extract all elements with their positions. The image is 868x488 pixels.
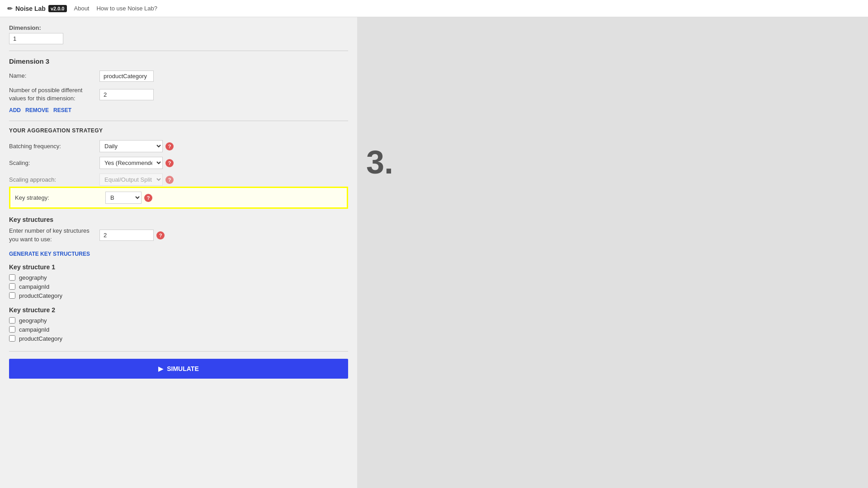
scaling-label: Scaling: — [9, 159, 99, 167]
app-name: Noise Lab — [15, 5, 46, 12]
simulate-button[interactable]: ▶ SIMULATE — [9, 359, 348, 379]
scaling-approach-label: Scaling approach: — [9, 176, 99, 184]
partial-dimension-input[interactable] — [9, 33, 63, 44]
ks1-geography-checkbox[interactable] — [9, 274, 15, 281]
ks2-campaignid-row: campaignId — [9, 326, 348, 333]
step-number: 3. — [366, 144, 393, 181]
ks2-geography-row: geography — [9, 317, 348, 324]
dimension3-values-label: Number of possible different values for … — [9, 86, 99, 103]
dimension3-actions: ADD REMOVE RESET — [9, 107, 348, 113]
key-structures-help-icon[interactable]: ? — [156, 231, 165, 239]
dimension3-title: Dimension 3 — [9, 57, 348, 65]
scaling-row: Scaling: Yes (Recommended) No ? — [9, 157, 348, 169]
ks1-productcategory-row: productCategory — [9, 292, 348, 299]
batching-row: Batching frequency: Daily Weekly Monthly… — [9, 140, 348, 152]
howto-link[interactable]: How to use Noise Lab? — [96, 5, 157, 12]
batching-label: Batching frequency: — [9, 142, 99, 150]
ks1-geography-label: geography — [19, 274, 47, 281]
aggregation-heading: YOUR AGGREGATION STRATEGY — [9, 127, 348, 134]
scaling-select[interactable]: Yes (Recommended) No — [99, 157, 163, 169]
key-strategy-help-icon[interactable]: ? — [144, 194, 152, 202]
generate-key-structures-link[interactable]: GENERATE KEY STRUCTURES — [9, 251, 90, 257]
partial-dimension-label: Dimension: — [9, 24, 348, 31]
key-structures-heading: Key structures — [9, 216, 348, 223]
scaling-approach-select[interactable]: Equal/Output Split — [99, 174, 163, 186]
ks2-productcategory-checkbox[interactable] — [9, 335, 15, 342]
simulate-bar: ▶ SIMULATE — [9, 351, 348, 386]
batching-select[interactable]: Daily Weekly Monthly — [99, 140, 163, 152]
key-structures-count-input[interactable] — [99, 230, 154, 241]
ks1-geography-row: geography — [9, 274, 348, 281]
ks1-campaignid-label: campaignId — [19, 283, 49, 290]
add-link[interactable]: ADD — [9, 107, 21, 113]
ks2-geography-checkbox[interactable] — [9, 317, 15, 324]
scaling-approach-help-icon[interactable]: ? — [165, 176, 174, 184]
ks1-productcategory-label: productCategory — [19, 292, 62, 299]
key-strategy-label: Key strategy: — [15, 194, 105, 202]
ks1-campaignid-row: campaignId — [9, 283, 348, 290]
play-icon: ▶ — [158, 365, 163, 372]
right-area: 3. — [357, 17, 868, 488]
ks2-campaignid-checkbox[interactable] — [9, 326, 15, 333]
scaling-approach-row: Scaling approach: Equal/Output Split ? — [9, 174, 348, 186]
main-wrapper: Dimension: Dimension 3 Name: Number of p… — [0, 17, 868, 488]
divider-2 — [9, 121, 348, 121]
partial-dimension-input-row — [9, 33, 348, 44]
left-panel: Dimension: Dimension 3 Name: Number of p… — [0, 17, 357, 488]
app-logo: ✏ Noise Lab v2.0.0 — [7, 5, 67, 12]
pencil-icon: ✏ — [7, 5, 13, 12]
ks1-productcategory-checkbox[interactable] — [9, 292, 15, 299]
about-link[interactable]: About — [74, 5, 90, 12]
remove-link[interactable]: REMOVE — [25, 107, 49, 113]
simulate-button-label: SIMULATE — [167, 365, 199, 372]
dimension3-name-label: Name: — [9, 72, 99, 80]
key-structures-count-row: Enter number of key structures you want … — [9, 227, 348, 243]
dimension3-name-input[interactable] — [99, 70, 154, 82]
key-structure-2-title: Key structure 2 — [9, 306, 348, 314]
key-structure-1-title: Key structure 1 — [9, 263, 348, 271]
version-badge: v2.0.0 — [48, 5, 67, 12]
divider-1 — [9, 51, 348, 51]
dimension3-values-input[interactable] — [99, 89, 154, 100]
key-structures-section: Key structures Enter number of key struc… — [9, 216, 348, 342]
dimension3-values-row: Number of possible different values for … — [9, 86, 348, 103]
batching-help-icon[interactable]: ? — [165, 142, 174, 150]
key-structures-count-label: Enter number of key structures you want … — [9, 227, 99, 243]
dimension3-name-row: Name: — [9, 70, 348, 82]
ks2-productcategory-label: productCategory — [19, 335, 62, 342]
top-navigation: ✏ Noise Lab v2.0.0 About How to use Nois… — [0, 0, 868, 17]
ks1-campaignid-checkbox[interactable] — [9, 283, 15, 290]
key-strategy-select[interactable]: A B C — [105, 192, 142, 204]
key-strategy-highlighted-row: Key strategy: A B C ? — [9, 187, 348, 209]
scaling-help-icon[interactable]: ? — [165, 159, 174, 167]
ks2-geography-label: geography — [19, 317, 47, 324]
ks2-productcategory-row: productCategory — [9, 335, 348, 342]
scroll-container[interactable]: Dimension: Dimension 3 Name: Number of p… — [0, 17, 357, 488]
ks2-campaignid-label: campaignId — [19, 326, 49, 333]
reset-link[interactable]: RESET — [53, 107, 71, 113]
